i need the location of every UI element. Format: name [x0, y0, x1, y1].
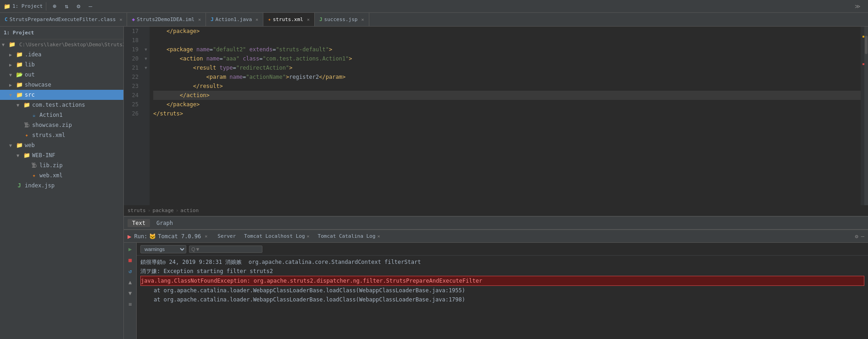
run-scroll-up-btn[interactable]: ▲ — [126, 278, 135, 287]
tab-close-action1-java[interactable]: ✕ — [256, 17, 258, 22]
sidebar-item-11[interactable]: ▼📁WEB-INF — [0, 150, 123, 160]
sidebar-item-13[interactable]: ✦web.xml — [0, 170, 123, 180]
tab-action1-java[interactable]: JAction1.java✕ — [206, 13, 263, 26]
sidebar-item-10[interactable]: ▼📁web — [0, 140, 123, 150]
tab-struts2demo-iml[interactable]: ◆Struts2DemoIDEA.iml✕ — [127, 13, 206, 26]
tree-extra-0: C:\Users\laker\Desktop\Demo\Struts2De... — [19, 42, 123, 48]
sidebar-item-1[interactable]: ▶📁.idea — [0, 49, 123, 60]
line-num-22: 22 — [128, 72, 139, 82]
tab-label-action1-java: Action1.java — [216, 16, 252, 22]
run-play-btn[interactable]: ▶ — [126, 245, 135, 254]
code-line-22: <param name="actionName">register2</para… — [153, 72, 861, 82]
sidebar-item-3[interactable]: ▼📂out — [0, 70, 123, 80]
token-value: "actionName" — [246, 74, 286, 80]
fold-25 — [142, 100, 150, 109]
log-search-input[interactable] — [189, 246, 262, 253]
tree-arrow-2: ▶ — [9, 62, 16, 67]
sidebar-item-14[interactable]: Jindex.jsp — [0, 180, 123, 191]
panel-tab-2[interactable]: Tomcat Catalina Log✕ — [314, 232, 384, 240]
log-line-2[interactable]: java.lang.ClassNotFoundException: org.ap… — [140, 276, 864, 286]
token-text — [153, 74, 206, 80]
scrollbar-thumb[interactable] — [865, 36, 868, 54]
tree-label-8: showcase.zip — [32, 122, 72, 128]
project-icon: 📁 — [4, 3, 11, 10]
log-area: warningserrorsinfodebug 鎖很導鎖◎ 24, 2019 9… — [137, 243, 868, 339]
tree-label-4: showcase — [25, 82, 51, 88]
tree-icon-9: ✦ — [23, 131, 30, 139]
marker-yellow — [862, 36, 864, 38]
tab-struts-prepare[interactable]: CStrutsPrepareAndExecuteFilter.class✕ — [0, 13, 127, 26]
panel-gear-btn[interactable]: ⚙ — [855, 233, 858, 240]
log-filter-select[interactable]: warningserrorsinfodebug — [140, 245, 186, 253]
project-label[interactable]: 1: Project — [12, 3, 43, 9]
code-line-20: <action name="aaa" class="com.test.actio… — [153, 54, 861, 63]
tab-close-struts2demo-iml[interactable]: ✕ — [198, 17, 201, 22]
tab-close-success-jsp[interactable]: ✕ — [361, 17, 364, 22]
sidebar-item-4[interactable]: ▶📁showcase — [0, 80, 123, 90]
tab-close-struts-prepare[interactable]: ✕ — [119, 17, 122, 22]
tree-arrow-4: ▶ — [9, 82, 16, 87]
sidebar-item-2[interactable]: ▶📁lib — [0, 60, 123, 70]
token-bracket: < — [193, 65, 196, 71]
token-bracket: </ — [153, 110, 160, 117]
sidebar-tree[interactable]: ▼📁Struts2DemoIDEAC:\Users\laker\Desktop\… — [0, 39, 123, 339]
sidebar-title: 1: Project — [4, 30, 34, 36]
run-restart-btn[interactable]: ↺ — [126, 267, 135, 276]
toolbar-swap-btn[interactable]: ⇅ — [61, 1, 72, 11]
editor-tab-graph[interactable]: Graph — [152, 219, 178, 227]
token-value: "redirectAction" — [236, 65, 289, 71]
sidebar-item-12[interactable]: 🗜lib.zip — [0, 160, 123, 170]
sidebar-item-8[interactable]: 🗜showcase.zip — [0, 120, 123, 130]
tree-label-1: .idea — [25, 51, 41, 58]
tab-success-jsp[interactable]: Jsuccess.jsp✕ — [315, 13, 369, 26]
token-value: "struts-default" — [276, 46, 329, 53]
sidebar-item-7[interactable]: ☕Action1 — [0, 110, 123, 120]
breadcrumb-bar: struts›package›action — [124, 205, 868, 216]
token-text: = — [233, 65, 236, 71]
sidebar-item-5[interactable]: ▼📁src — [0, 90, 123, 100]
panel-tab-1[interactable]: Tomcat Localhost Log✕ — [240, 232, 313, 240]
tree-icon-2: 📁 — [16, 61, 23, 68]
breadcrumb-sep-2: › — [176, 208, 179, 213]
breadcrumb-item-2[interactable]: action — [180, 208, 199, 213]
code-content[interactable]: </package> <package name="default2" exte… — [150, 27, 861, 205]
editor-tab-text[interactable]: Text — [128, 219, 150, 227]
breadcrumb-item-1[interactable]: package — [152, 208, 173, 213]
editor-area: 17181920212223242526 ▼▼▼ </package> <pac… — [124, 27, 868, 229]
fold-gutter: ▼▼▼ — [142, 27, 150, 205]
tab-overflow-btn[interactable]: ≫ — [851, 3, 864, 10]
panel-close-btn[interactable]: — — [861, 233, 864, 240]
sidebar-item-0[interactable]: ▼📁Struts2DemoIDEAC:\Users\laker\Desktop\… — [0, 39, 123, 49]
log-content[interactable]: 鎖很導鎖◎ 24, 2019 9:28:31 消娘嫉 org.apache.ca… — [137, 256, 868, 339]
sidebar-item-6[interactable]: ▼📁com.test.actions — [0, 100, 123, 110]
bottom-panel-body: ▶ ■ ↺ ▲ ▼ ≡ warningserrorsinfodebug 鎖很導鎖… — [124, 243, 868, 339]
tree-arrow-5: ▼ — [9, 93, 16, 98]
tab-struts-xml[interactable]: ✦struts.xml✕ — [263, 13, 315, 26]
tree-arrow-0: ▼ — [2, 42, 8, 47]
panel-tab-close-2[interactable]: ✕ — [377, 234, 380, 239]
line-numbers: 17181920212223242526 — [124, 27, 142, 205]
token-tag: package — [173, 101, 196, 108]
run-close-btn[interactable]: ✕ — [205, 234, 207, 239]
run-stop-btn[interactable]: ■ — [126, 256, 135, 265]
tree-icon-7: ☕ — [30, 111, 38, 119]
panel-tab-0[interactable]: Server — [214, 232, 239, 240]
breadcrumb-item-0[interactable]: struts — [128, 208, 146, 213]
tree-icon-8: 🗜 — [23, 121, 30, 129]
run-filter-btn[interactable]: ≡ — [126, 300, 135, 309]
token-bracket: > — [289, 65, 292, 71]
fold-20: ▼ — [142, 54, 150, 63]
toolbar-globe-btn[interactable]: ⊕ — [50, 1, 60, 11]
run-scroll-down-btn[interactable]: ▼ — [126, 289, 135, 298]
toolbar-settings-btn[interactable]: ⚙ — [73, 1, 83, 11]
token-text — [153, 83, 193, 89]
tab-close-struts-xml[interactable]: ✕ — [307, 17, 310, 22]
tab-bar: CStrutsPrepareAndExecuteFilter.class✕◆St… — [0, 13, 868, 27]
editor-scrollbar[interactable] — [864, 27, 868, 205]
toolbar-minimize-btn[interactable]: — — [85, 1, 95, 11]
tab-label-struts2demo-iml: Struts2DemoIDEA.iml — [137, 16, 195, 22]
sidebar-item-9[interactable]: ✦struts.xml — [0, 130, 123, 140]
panel-tab-close-1[interactable]: ✕ — [307, 234, 310, 239]
token-text — [216, 65, 219, 71]
fold-23 — [142, 82, 150, 91]
